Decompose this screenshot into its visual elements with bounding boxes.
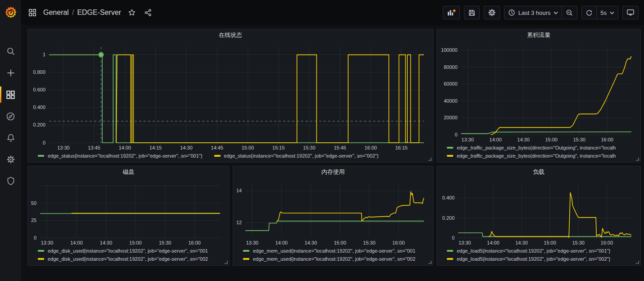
legend-item[interactable]: edge_traffic_package_size_bytes{directio… [447, 153, 637, 159]
sidebar-item-create[interactable] [0, 62, 21, 84]
svg-text:0.200: 0.200 [442, 215, 455, 221]
dashboard-grid-icon [27, 7, 38, 18]
sidebar-item-alerting[interactable] [0, 127, 21, 149]
cumulative-traffic-chart[interactable]: 10000080000600004000020000013:3014:0014:… [437, 41, 640, 144]
legend-item[interactable]: edge_status{instance="localhost:19202", … [38, 153, 203, 159]
time-picker-button[interactable]: Last 3 hours [504, 6, 563, 19]
panel-resize-handle[interactable] [428, 261, 432, 264]
sidebar-item-search[interactable] [0, 41, 21, 62]
sidebar-item-explore[interactable] [0, 105, 21, 127]
svg-text:60000: 60000 [444, 81, 458, 86]
svg-text:15:30: 15:30 [573, 137, 585, 142]
svg-text:0.800: 0.800 [33, 69, 45, 75]
panel-resize-handle[interactable] [636, 158, 639, 161]
svg-text:14:00: 14:00 [70, 240, 83, 245]
series-swatch [243, 250, 249, 252]
refresh-button[interactable] [581, 6, 597, 19]
svg-text:0: 0 [455, 132, 457, 137]
breadcrumb-title[interactable]: EDGE-Server [77, 9, 121, 17]
dashboard-settings-button[interactable] [484, 6, 500, 19]
svg-text:15:30: 15:30 [303, 145, 315, 150]
kiosk-mode-button[interactable] [622, 6, 639, 19]
plus-icon [6, 68, 15, 77]
star-icon[interactable] [126, 7, 137, 18]
panel-title[interactable]: 在线状态 [28, 29, 433, 41]
series-swatch [447, 155, 453, 157]
legend-item[interactable]: edge_disk_used{instance="localhost:19202… [38, 256, 225, 262]
legend-item[interactable]: edge_disk_used{instance="localhost:19202… [38, 248, 225, 254]
svg-text:14:15: 14:15 [149, 145, 162, 150]
panel-title[interactable]: 累积流量 [437, 29, 640, 41]
share-icon[interactable] [143, 7, 153, 18]
svg-text:15:30: 15:30 [572, 240, 585, 245]
series-swatch [447, 147, 453, 149]
svg-text:14:30: 14:30 [305, 240, 317, 245]
svg-text:15:30: 15:30 [159, 240, 171, 245]
shield-icon [6, 177, 15, 186]
panel-title[interactable]: 负载 [437, 166, 640, 178]
panel-title[interactable]: 内存使用 [233, 166, 433, 178]
save-dashboard-button[interactable] [464, 6, 480, 19]
panel-title[interactable]: 磁盘 [28, 166, 229, 178]
breadcrumb[interactable]: General / EDGE-Server [43, 9, 121, 17]
sidebar-item-dashboards[interactable] [0, 84, 21, 105]
bell-icon [6, 133, 15, 142]
compass-icon [6, 112, 15, 121]
side-menu [0, 0, 21, 281]
memory-usage-chart[interactable]: 141213:3014:0014:3015:0015:3016:00 [233, 178, 433, 247]
refresh-interval-dropdown[interactable]: 5s [597, 6, 618, 19]
svg-text:0: 0 [452, 235, 455, 240]
svg-text:15:00: 15:00 [242, 145, 254, 150]
panel-online-status: 在线状态 10.8000.6000.4000.200013:3013:4514:… [27, 29, 433, 163]
svg-text:14:30: 14:30 [100, 240, 113, 245]
search-icon [6, 47, 15, 56]
legend-item[interactable]: edge_mem_used{instance="localhost:19202"… [243, 256, 429, 262]
svg-text:50: 50 [31, 200, 36, 206]
svg-text:13:45: 13:45 [88, 145, 100, 150]
breadcrumb-folder[interactable]: General [43, 9, 69, 17]
svg-text:14:00: 14:00 [275, 240, 288, 245]
svg-text:16:00: 16:00 [392, 240, 405, 245]
chevron-down-icon [610, 11, 614, 14]
legend-item[interactable]: edge_mem_used{instance="localhost:19202"… [243, 248, 429, 254]
time-range-label: Last 3 hours [518, 9, 551, 16]
sidebar-item-server-admin[interactable] [0, 170, 21, 192]
svg-text:14:30: 14:30 [180, 145, 193, 150]
series-swatch [38, 250, 44, 252]
svg-text:16:00: 16:00 [188, 240, 201, 245]
panel-cumulative-traffic: 累积流量 10000080000600004000020000013:3014:… [437, 29, 641, 163]
disk-chart[interactable]: 5025013:3014:0014:3015:0015:3016:00 [28, 178, 229, 247]
svg-text:0.600: 0.600 [33, 87, 45, 92]
svg-text:0: 0 [43, 140, 45, 145]
svg-text:25: 25 [31, 218, 36, 223]
panel-resize-handle[interactable] [636, 261, 639, 264]
load-chart[interactable]: 0.4000.200013:3014:0014:3015:0015:3016:0… [437, 178, 640, 247]
series-swatch [38, 258, 44, 260]
top-nav: General / EDGE-Server Last 3 hours [0, 0, 644, 25]
add-panel-button[interactable] [443, 6, 460, 19]
series-swatch [447, 258, 453, 260]
zoom-out-time-button[interactable] [562, 6, 577, 19]
svg-text:13:30: 13:30 [246, 240, 259, 245]
panel-resize-handle[interactable] [428, 158, 432, 161]
legend-item[interactable]: edge_traffic_package_size_bytes{directio… [447, 145, 637, 150]
svg-text:40000: 40000 [444, 98, 458, 104]
legend-item[interactable]: edge_load5{instance="localhost:19202", j… [447, 256, 637, 262]
legend-item[interactable]: edge_load5{instance="localhost:19202", j… [447, 248, 637, 254]
legend-item[interactable]: edge_status{instance="localhost:19202", … [214, 153, 379, 159]
svg-text:0.400: 0.400 [442, 195, 455, 200]
svg-text:16:00: 16:00 [601, 137, 613, 142]
svg-text:14:00: 14:00 [119, 145, 131, 150]
online-status-chart[interactable]: 10.8000.6000.4000.200013:3013:4514:0014:… [28, 41, 433, 152]
svg-text:15:45: 15:45 [334, 145, 347, 150]
svg-text:13:30: 13:30 [461, 137, 474, 142]
svg-text:14:45: 14:45 [211, 145, 224, 150]
series-swatch [38, 155, 44, 157]
grafana-logo[interactable] [0, 0, 21, 25]
svg-text:14:30: 14:30 [515, 240, 528, 245]
svg-text:16:15: 16:15 [395, 145, 408, 150]
sidebar-item-configuration[interactable] [0, 149, 21, 170]
svg-text:15:00: 15:00 [129, 240, 142, 245]
panel-resize-handle[interactable] [225, 261, 228, 264]
series-swatch [243, 258, 249, 260]
